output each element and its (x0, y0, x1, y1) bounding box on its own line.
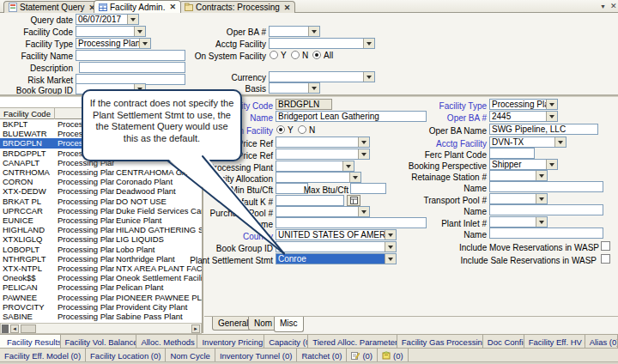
tab-inventory-pricing[interactable]: Inventory Pricing (0) (197, 335, 264, 348)
detail-radio-y[interactable] (276, 125, 285, 134)
dropdown-arrow-icon[interactable] (358, 207, 369, 216)
scrollbar-thumb[interactable] (21, 325, 36, 333)
dropdown-arrow-icon[interactable] (536, 194, 547, 203)
tab-contracts-processing[interactable]: Contracts: Processing ✕ (179, 1, 295, 13)
facility-code-label: Facility Code (4, 27, 73, 38)
dropdown-arrow-icon[interactable] (546, 100, 557, 109)
detail-facility-type-select[interactable]: Processing Plant (489, 99, 558, 110)
transport-pool-select[interactable] (489, 193, 548, 204)
transport-name-input[interactable] (489, 204, 603, 215)
tab-capacity[interactable]: Capacity (0) (264, 335, 308, 348)
tab-facility-results[interactable]: Facility Results (0, 335, 61, 348)
dropdown-arrow-icon[interactable] (536, 171, 547, 180)
radio-all[interactable] (312, 51, 321, 59)
detail-facility-type-label: Facility Type (375, 100, 487, 112)
table-row[interactable]: PROVCITYProcessing PlantProvident City P… (0, 302, 202, 312)
dropdown-arrow-icon[interactable] (554, 137, 566, 147)
include-move-checkbox[interactable] (601, 241, 610, 251)
retainage-name-input[interactable] (489, 181, 603, 192)
dropdown-arrow-icon[interactable] (385, 242, 396, 252)
close-tab-icon[interactable]: ✕ (169, 3, 176, 11)
processing-plant-select[interactable] (276, 161, 354, 172)
tab-nom-cycle[interactable]: Nom Cycle (166, 349, 215, 361)
dropdown-arrow-icon[interactable] (358, 149, 369, 159)
plant-inlet-name-input[interactable] (489, 228, 603, 239)
ferc-plant-code-input[interactable] (489, 148, 535, 159)
dropdown-arrow-icon[interactable] (385, 254, 396, 264)
dropdown-arrow-icon[interactable] (134, 27, 145, 36)
dropdown-arrow-icon[interactable] (363, 39, 374, 48)
tab-alias[interactable]: Alias (0) (585, 335, 618, 348)
tab-facility-eff-model[interactable]: Facility Eff. Model (0) (0, 349, 86, 361)
facility-code-select[interactable] (76, 26, 146, 37)
plant-inlet-select[interactable] (489, 216, 548, 228)
default-k-input[interactable] (276, 195, 344, 206)
grid-horizontal-scrollbar[interactable]: ◄ ► (0, 323, 202, 334)
default-k-lookup-button[interactable] (347, 195, 360, 206)
dropdown-arrow-icon[interactable] (546, 112, 557, 121)
dropdown-arrow-icon[interactable] (308, 27, 319, 36)
scroll-right-icon[interactable]: ► (191, 325, 200, 333)
tab-facility-eff-hv[interactable]: Facility Eff. HV (0) (524, 335, 585, 348)
acctg-facility-select[interactable] (269, 38, 375, 49)
oper-ba-select[interactable] (269, 26, 320, 37)
tab-statement-query[interactable]: Statement Query ✕ (3, 1, 100, 13)
tab-doc-config[interactable]: Doc Config (483, 335, 524, 348)
detail-oper-ba-select[interactable]: 2445 (489, 111, 558, 122)
radio-n[interactable] (291, 51, 300, 59)
grid-header-facility-code[interactable]: Facility Code (0, 108, 55, 119)
tab-attachments[interactable]: (0) (378, 349, 409, 361)
radio-y[interactable] (270, 51, 278, 59)
callout-text: If the contract does not specify the Pla… (90, 98, 234, 143)
tab-facility-gas-processing[interactable]: Facility Gas Processing (0) (397, 335, 483, 348)
sales-price-ref-select[interactable] (276, 136, 370, 148)
retainage-station-label: Retainage Station # (375, 172, 487, 183)
basis-select[interactable] (269, 82, 320, 94)
notepad-icon (351, 351, 360, 360)
tab-ratchet[interactable]: Ratchet (0) (297, 349, 347, 361)
capacity-allocation-select[interactable] (276, 172, 361, 183)
dropdown-arrow-icon[interactable] (308, 83, 319, 93)
dropdown-arrow-icon[interactable] (139, 39, 150, 48)
scroll-left-icon[interactable]: ◄ (10, 325, 19, 333)
dropdown-arrow-icon[interactable] (342, 161, 354, 171)
booking-perspective-select[interactable]: Shipper (489, 159, 558, 170)
purchase-pool-select[interactable] (276, 206, 370, 217)
currency-select[interactable] (269, 71, 375, 82)
query-date-input[interactable]: 06/07/2017 (76, 14, 139, 25)
dropdown-arrow-icon[interactable] (536, 217, 547, 227)
dropdown-arrow-icon[interactable] (546, 160, 557, 169)
dropdown-arrow-icon[interactable] (363, 72, 374, 82)
dropdown-arrow-icon[interactable] (349, 173, 360, 182)
dropdown-arrow-icon[interactable] (358, 137, 369, 147)
tab-facility-admin[interactable]: Facility Admin. ✕ (94, 0, 181, 13)
detail-acctg-facility-select[interactable]: DVN-TX (489, 136, 566, 148)
lookup-grid-icon (350, 197, 358, 204)
close-pane-icon[interactable]: ✕ (610, 2, 617, 10)
detail-radio-n[interactable] (298, 125, 306, 134)
tab-inventory-tunnel[interactable]: Inventory Tunnel (0) (215, 349, 298, 361)
tab-misc[interactable]: Misc (274, 317, 304, 332)
tab-list-dropdown-icon[interactable]: ▼ (600, 3, 606, 9)
tab-alloc-methods[interactable]: Alloc. Methods (0) (136, 335, 197, 348)
table-row[interactable]: PELICANProcessing PlantPelican Plant (0, 282, 202, 292)
facility-type-select[interactable]: Processing Plant (76, 38, 151, 49)
tab-facility-location[interactable]: Facility Location (0) (86, 349, 166, 361)
tab-notes[interactable]: (0) (347, 349, 378, 361)
table-row[interactable]: Oneok$$Processing PlantOneok Settlement … (0, 273, 202, 282)
acctg-facility-label: Acctg Facility (163, 39, 266, 50)
scrollbar-corner-box[interactable] (2, 325, 9, 333)
tab-label: Contracts: Processing (196, 3, 280, 12)
close-tab-icon[interactable]: ✕ (284, 3, 291, 12)
retainage-station-select[interactable] (489, 170, 548, 181)
table-row[interactable]: PAWNEEProcessing PlantPIONEER PAWNEE PLA… (0, 293, 202, 302)
include-sale-checkbox[interactable] (601, 254, 610, 264)
tab-facility-vol-balance[interactable]: Facility Vol. Balance (0) (61, 335, 137, 348)
dropdown-arrow-icon[interactable] (127, 15, 138, 24)
purchase-price-ref-select[interactable] (276, 149, 370, 160)
detail-book-group-id-select[interactable] (276, 241, 397, 252)
oper-ba-name-input[interactable]: SWG Pipeline, LLC (489, 124, 598, 135)
tab-tiered-alloc-parameters[interactable]: Tiered Alloc. Parameters (0) (308, 335, 397, 348)
table-row[interactable]: SABINEProcessing PlantSabine Pass Plant (0, 312, 202, 321)
plant-settlement-stmt-select[interactable]: Conroe (276, 253, 397, 264)
